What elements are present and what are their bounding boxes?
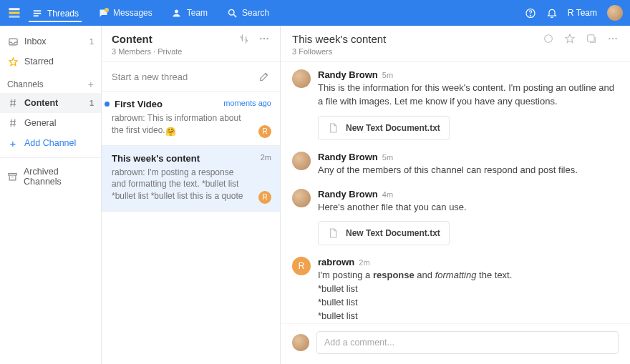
svg-point-20	[615, 38, 616, 39]
move-icon[interactable]	[586, 33, 597, 44]
sidebar-item-label: Starred	[24, 56, 54, 67]
svg-rect-0	[9, 8, 20, 10]
file-attachment[interactable]: New Text Document.txt	[318, 116, 450, 140]
message-author: Randy Brown5m	[318, 152, 619, 162]
sidebar-archived[interactable]: Archived Channels	[0, 162, 101, 191]
sidebar-item-inbox[interactable]: Inbox 1	[0, 31, 101, 51]
sidebar-add-channel[interactable]: + Add Channel	[0, 133, 101, 153]
message-time: 2m	[359, 258, 369, 267]
comment-input[interactable]	[316, 331, 619, 354]
thread-title: This week's content	[112, 153, 270, 164]
svg-point-7	[228, 9, 234, 15]
message: R rabrown2m I'm posting a response and f…	[292, 257, 619, 323]
messages-badge-icon	[105, 8, 109, 12]
star-outline-icon[interactable]	[564, 33, 576, 44]
hash-icon	[7, 97, 19, 109]
channel-subtitle: 3 Members · Private	[112, 47, 182, 56]
file-attachment[interactable]: New Text Document.txt	[318, 221, 450, 245]
svg-point-16	[545, 35, 553, 43]
svg-rect-4	[34, 13, 42, 14]
message-time: 4m	[382, 190, 393, 199]
sidebar: Inbox 1 Starred Channels + Content 1 Gen…	[0, 26, 102, 364]
channels-header-label: Channels	[7, 79, 44, 89]
sidebar-item-label: Inbox	[24, 36, 47, 46]
file-name: New Text Document.txt	[346, 228, 440, 238]
message-text: Any of the members of this channel can r…	[318, 164, 619, 177]
channel-header: Content 3 Members · Private	[102, 26, 280, 62]
svg-point-6	[175, 9, 178, 13]
sidebar-item-label: Add Channel	[24, 138, 76, 148]
bullet-line: *bullet list	[318, 282, 619, 296]
tab-search[interactable]: Search	[223, 4, 272, 21]
bullet-line: *bullet list	[318, 310, 619, 323]
sidebar-item-label: Content	[24, 98, 58, 108]
search-icon	[226, 7, 238, 19]
tab-threads[interactable]: Threads	[29, 5, 82, 22]
star-icon	[7, 56, 19, 67]
bullet-line: *bullet list	[318, 296, 619, 310]
svg-point-13	[260, 38, 261, 39]
hash-icon	[7, 117, 19, 129]
thread-header: This week's content 3 Followers	[281, 26, 630, 62]
sidebar-item-count: 1	[89, 37, 94, 46]
thread-list: Content 3 Members · Private Start a new …	[102, 26, 281, 364]
more-icon[interactable]	[607, 33, 619, 44]
unread-dot-icon	[105, 102, 110, 107]
sidebar-item-label: General	[24, 118, 56, 128]
user-avatar[interactable]	[607, 5, 623, 21]
tab-messages[interactable]: Messages	[94, 4, 155, 21]
svg-point-10	[530, 15, 530, 16]
plus-icon: +	[7, 137, 19, 149]
bell-icon[interactable]	[546, 7, 558, 19]
archive-icon	[7, 171, 18, 182]
thread-avatar: R	[258, 191, 271, 204]
team-icon	[171, 7, 183, 19]
add-channel-plus-icon[interactable]: +	[88, 79, 94, 90]
message-time: 5m	[382, 153, 393, 162]
divider	[0, 157, 101, 158]
thread-item[interactable]: First Video moments ago rabrown: This is…	[102, 92, 280, 146]
more-icon[interactable]	[258, 33, 270, 44]
tab-threads-label: Threads	[47, 9, 79, 19]
comment-bar	[281, 323, 630, 364]
message: Randy Brown5m This is the information fo…	[292, 69, 619, 140]
sidebar-item-starred[interactable]: Starred	[0, 51, 101, 72]
avatar: R	[292, 257, 311, 275]
help-icon[interactable]	[525, 7, 536, 19]
svg-rect-12	[9, 173, 16, 175]
sort-icon[interactable]	[238, 33, 250, 44]
tab-team-label: Team	[187, 8, 208, 18]
file-icon	[327, 227, 339, 239]
user-label[interactable]: R Team	[568, 8, 597, 18]
svg-rect-17	[588, 35, 594, 41]
sidebar-item-content[interactable]: Content 1	[0, 93, 101, 113]
new-thread-input[interactable]: Start a new thread	[102, 62, 280, 92]
topbar-nav: Threads Messages Team Search	[29, 4, 272, 22]
thread-item[interactable]: This week's content 2m rabrown: I'm post…	[102, 146, 280, 212]
svg-rect-2	[9, 16, 20, 18]
tab-team[interactable]: Team	[168, 4, 210, 21]
circle-icon[interactable]	[543, 33, 554, 44]
avatar	[292, 152, 311, 170]
message-time: 5m	[382, 71, 393, 79]
avatar	[292, 69, 311, 88]
svg-point-15	[266, 38, 268, 39]
sidebar-item-general[interactable]: General	[0, 113, 101, 133]
sidebar-channels-header: Channels +	[0, 72, 101, 93]
sidebar-item-count: 1	[89, 99, 94, 107]
svg-rect-1	[9, 12, 20, 14]
thread-followers: 3 Followers	[292, 47, 386, 56]
topbar-right: R Team	[525, 5, 623, 21]
message-author: Randy Brown5m	[318, 69, 619, 80]
thread-avatar: R	[258, 125, 271, 138]
inbox-icon	[7, 36, 19, 47]
brand-icon	[7, 6, 21, 20]
message-text: I'm posting a response and formatting th…	[318, 269, 619, 323]
thread-preview: rabrown: This is information about the f…	[112, 112, 270, 137]
svg-point-19	[612, 38, 614, 39]
file-name: New Text Document.txt	[346, 123, 440, 133]
sidebar-item-label: Archived Channels	[24, 167, 94, 187]
message-text: Here's another file that you can use.	[318, 201, 619, 215]
topbar: Threads Messages Team Search R Team	[0, 0, 630, 26]
thread-time: moments ago	[223, 99, 271, 107]
